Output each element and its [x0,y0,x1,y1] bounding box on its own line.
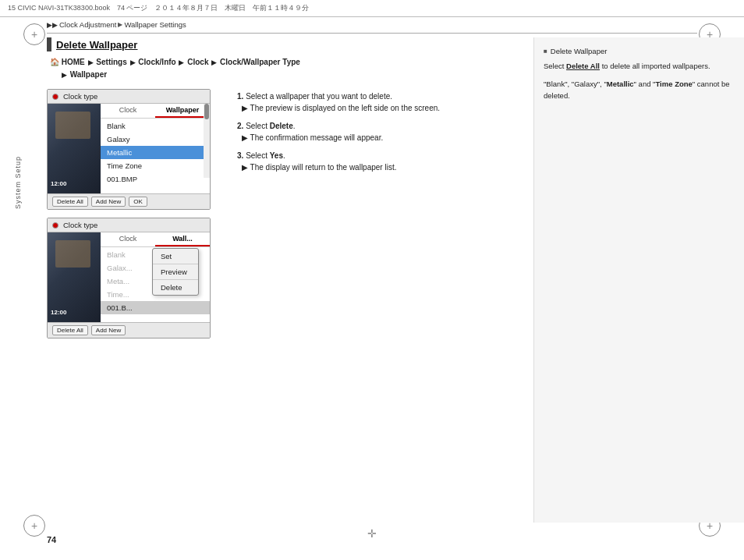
nav-arrow-4: ▶ [211,58,217,66]
screenshot2-footer: Delete All Add New [48,322,210,338]
screenshot2-body: 12:00 Clock Wall... Blank Galax... Meta.… [48,232,210,322]
item-001b-2[interactable]: 001.B... [101,301,210,314]
nav-clockinfo: Clock/Info [138,58,175,66]
step-1-arrow: ▶ The preview is displayed on the left s… [242,102,518,114]
divider-top [47,33,697,34]
ctx-preview[interactable]: Preview [153,264,198,279]
clock-preview-2: 12:00 [48,232,101,322]
page-number: 74 [47,535,56,544]
btn-delete-all-2[interactable]: Delete All [52,325,88,335]
ctx-delete[interactable]: Delete [153,280,198,295]
tab-wallpaper-2[interactable]: Wall... [155,232,210,246]
step-2-text: Select Delete. [246,122,295,130]
right-panel: Delete Wallpaper Select Delete All to de… [533,37,744,523]
wallpaper-list-1: Clock Wallpaper Blank Galaxy Metallic Ti… [101,104,210,193]
step-2-number: 2. [237,122,243,130]
preview-img: 12:00 [48,104,101,193]
screenshot-2: Clock type 12:00 Clock Wall... [47,218,211,338]
nav-wallpaper-type: Clock/Wallpaper Type [220,58,300,66]
nav-clock: Clock [187,58,208,66]
screenshot1-label: Clock type [63,92,97,101]
section-bar [47,37,51,51]
nav-path: 🏠 HOME ▶ Settings ▶ Clock/Info ▶ Clock ▶… [50,56,518,81]
screenshot2-label: Clock type [63,221,97,229]
section-title: Delete Wallpaper [56,39,137,51]
breadcrumb: ▶▶ Clock Adjustment ▶ Wallpaper Settings [47,20,186,29]
clock-preview-1: 12:00 [48,104,101,193]
step-1-text: Select a wallpaper that you want to dele… [246,92,392,101]
preview-time: 12:00 [51,180,66,187]
header-dot [52,94,58,100]
screenshot2-header: Clock type [48,218,210,232]
right-col: 1. Select a wallpaper that you want to d… [218,89,518,338]
bottom-crosshair: ✛ [367,527,377,540]
nav-wallpaper: Wallpaper [70,70,107,79]
nav-settings: Settings [96,58,126,66]
corner-mark-bl [23,515,45,537]
scrollbar-1[interactable] [204,104,210,178]
preview-img-2: 12:00 [48,232,101,322]
item-metallic[interactable]: Metallic [101,146,210,159]
panel-text1: Select Delete All to delete all imported… [544,60,735,72]
top-header: 15 CIVIC NAVI-31TK38300.book 74 ページ ２０１４… [0,0,744,17]
main-content: Delete Wallpaper 🏠 HOME ▶ Settings ▶ Clo… [47,37,518,523]
step-3-arrow: ▶ The display will return to the wallpap… [242,161,518,173]
btn-add-new[interactable]: Add New [91,197,126,207]
section-title-underline: Wallpaper [90,39,138,51]
tab-wallpaper[interactable]: Wallpaper [155,104,210,118]
tab-clock[interactable]: Clock [101,104,155,118]
step-1-number: 1. [237,92,243,101]
step-2: 2. Select Delete. ▶ The confirmation mes… [237,120,518,144]
breadcrumb-item-1: Clock Adjustment [59,20,116,29]
breadcrumb-sep: ▶ [118,21,122,28]
item-timezone[interactable]: Time Zone [101,159,210,172]
list-tabs: Clock Wallpaper [101,104,210,119]
panel-quote: "Blank", "Galaxy", "Metallic" and "Time … [544,78,735,101]
context-menu: Set Preview Delete [152,248,199,296]
nav-arrow-3: ▶ [179,58,184,66]
header-dot-2 [52,222,58,229]
screenshot-1: Clock type 12:00 Clock Wallpaper [47,89,211,210]
nav-home-icon: 🏠 [50,58,59,66]
tab-clock-2[interactable]: Clock [101,232,155,246]
wallpaper-items-1: Blank Galaxy Metallic Time Zone 001.BMP [101,119,210,186]
list-tabs-2: Clock Wall... [101,232,210,247]
item-001bmp[interactable]: 001.BMP [101,172,210,186]
breadcrumb-item-2: Wallpaper Settings [124,20,186,29]
corner-mark-tl [23,23,45,45]
item-galaxy[interactable]: Galaxy [101,133,210,146]
screenshot1-header: Clock type [48,90,210,104]
preview-time-2: 12:00 [51,309,66,316]
btn-add-new-2[interactable]: Add New [91,325,126,335]
step-1: 1. Select a wallpaper that you want to d… [237,90,518,114]
breadcrumb-arrow1: ▶▶ [47,21,58,29]
header-text: 15 CIVIC NAVI-31TK38300.book 74 ページ ２０１４… [8,3,309,13]
step-2-arrow: ▶ The confirmation message will appear. [242,132,518,144]
step-3-number: 3. [237,151,243,160]
left-col: Clock type 12:00 Clock Wallpaper [47,89,218,338]
section-header: Delete Wallpaper [47,37,518,51]
nav-arrow-1: ▶ [88,58,94,66]
side-label: System Setup [14,156,22,209]
step-3: 3. Select Yes. ▶ The display will return… [237,150,518,173]
scrollbar-thumb-1 [204,104,209,119]
screenshot1-body: 12:00 Clock Wallpaper Blank Galaxy Metal… [48,104,210,193]
nav-home: HOME [62,58,85,66]
item-blank[interactable]: Blank [101,119,210,133]
nav-arrow-5: ▶ [62,71,67,79]
ctx-set[interactable]: Set [153,249,198,264]
section-title-text: Delete Wallpaper [56,39,137,51]
two-col: Clock type 12:00 Clock Wallpaper [47,89,518,338]
step-3-text: Select Yes. [246,151,285,160]
btn-delete-all[interactable]: Delete All [52,197,88,207]
panel-title: Delete Wallpaper [544,47,735,55]
nav-arrow-2: ▶ [130,58,136,66]
screenshot1-footer: Delete All Add New OK [48,193,210,209]
btn-ok[interactable]: OK [129,197,147,207]
